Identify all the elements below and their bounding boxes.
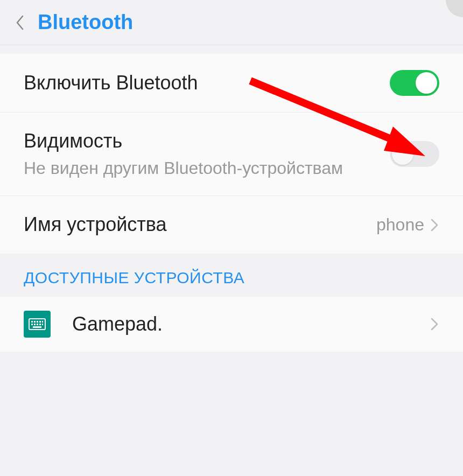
svg-rect-8 bbox=[37, 324, 38, 325]
page-title: Bluetooth bbox=[38, 11, 133, 34]
device-name: Gamepad. bbox=[72, 313, 430, 335]
svg-rect-6 bbox=[31, 324, 33, 325]
svg-rect-7 bbox=[34, 324, 36, 325]
enable-bluetooth-label: Включить Bluetooth bbox=[24, 71, 390, 96]
visibility-subtitle: Не виден другим Bluetooth-устройствам bbox=[24, 157, 390, 180]
header-bar: Bluetooth bbox=[0, 0, 463, 45]
visibility-row[interactable]: Видимость Не виден другим Bluetooth-устр… bbox=[0, 113, 463, 196]
chevron-right-icon bbox=[430, 317, 439, 332]
visibility-label: Видимость bbox=[24, 129, 390, 154]
svg-rect-4 bbox=[39, 321, 41, 323]
available-devices-header: ДОСТУПНЫЕ УСТРОЙСТВА bbox=[0, 254, 463, 297]
chevron-right-icon bbox=[430, 218, 439, 233]
device-name-value: phone bbox=[376, 215, 424, 235]
visibility-toggle[interactable] bbox=[390, 141, 439, 167]
device-row-gamepad[interactable]: Gamepad. bbox=[0, 297, 463, 352]
enable-bluetooth-toggle[interactable] bbox=[390, 70, 439, 96]
device-name-label: Имя устройства bbox=[24, 212, 376, 237]
svg-rect-2 bbox=[34, 321, 36, 323]
device-name-row[interactable]: Имя устройства phone bbox=[0, 196, 463, 254]
settings-section: Включить Bluetooth Видимость Не виден др… bbox=[0, 54, 463, 254]
svg-rect-9 bbox=[39, 324, 41, 325]
svg-rect-5 bbox=[42, 321, 43, 323]
keyboard-icon bbox=[24, 311, 51, 338]
svg-rect-3 bbox=[37, 321, 38, 323]
svg-rect-10 bbox=[42, 324, 43, 325]
toggle-knob bbox=[416, 72, 437, 94]
toggle-knob bbox=[392, 143, 413, 165]
back-icon[interactable] bbox=[15, 15, 25, 31]
svg-rect-1 bbox=[31, 321, 33, 323]
enable-bluetooth-row[interactable]: Включить Bluetooth bbox=[0, 54, 463, 113]
svg-rect-11 bbox=[33, 326, 41, 328]
